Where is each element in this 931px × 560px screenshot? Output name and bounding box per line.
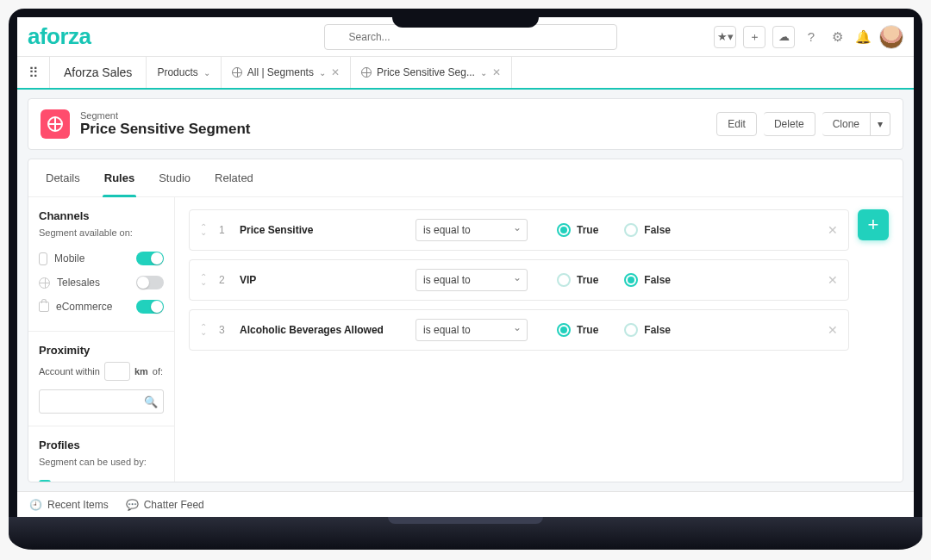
chevron-down-icon[interactable]: ⌄ — [319, 68, 326, 78]
global-search[interactable]: 🔍 — [324, 24, 617, 50]
channels-subtext: Segment available on: — [39, 227, 164, 238]
tab-all-segments[interactable]: All | Segments ⌄ ✕ — [222, 57, 351, 88]
rule-value-false[interactable]: False — [624, 223, 671, 237]
radio-icon — [624, 273, 638, 287]
rule-row: ⌃⌄ 1 Price Sensitive is equal to True Fa… — [189, 209, 849, 251]
rule-operator-select[interactable]: is equal to — [416, 319, 528, 341]
chat-icon: 💬 — [126, 499, 139, 511]
rules-list: ⌃⌄ 1 Price Sensitive is equal to True Fa… — [189, 209, 849, 351]
inner-tabs: Details Rules Studio Related — [28, 159, 903, 197]
profiles-heading: Profiles — [39, 439, 164, 451]
tab-label: Price Sensitive Seg... — [377, 66, 475, 78]
proximity-prefix: Account within — [39, 366, 100, 376]
close-icon[interactable]: ✕ — [492, 66, 501, 78]
tab-products[interactable]: Products ⌄ — [147, 57, 221, 88]
rule-number: 3 — [219, 324, 228, 336]
channel-label: Mobile — [54, 252, 84, 264]
tab-studio[interactable]: Studio — [157, 159, 192, 196]
globe-icon — [232, 67, 242, 78]
page-title: Price Sensitive Segment — [80, 121, 250, 138]
search-icon: 🔍 — [144, 395, 158, 408]
tab-rules[interactable]: Rules — [103, 159, 136, 196]
rule-value-false[interactable]: False — [624, 323, 671, 337]
rule-value-true[interactable]: True — [557, 273, 598, 287]
proximity-km-input[interactable] — [104, 362, 130, 381]
tab-price-sensitive-segment[interactable]: Price Sensitive Seg... ⌄ ✕ — [351, 57, 512, 88]
delete-button[interactable]: Delete — [764, 112, 815, 136]
tab-details[interactable]: Details — [44, 159, 82, 196]
bottom-bar: 🕘Recent Items 💬Chatter Feed — [17, 491, 914, 517]
remove-rule-icon[interactable]: ✕ — [828, 223, 838, 237]
rule-field: Price Sensitive — [240, 224, 403, 236]
tab-label: Products — [157, 66, 197, 78]
brand-logo: aforza — [28, 23, 91, 50]
record-actions: Edit Delete Clone ▾ — [716, 112, 890, 136]
app-launcher-icon[interactable]: ⠿ — [17, 57, 50, 88]
channel-mobile: Mobile — [39, 246, 164, 271]
chatter-feed-button[interactable]: 💬Chatter Feed — [126, 499, 204, 511]
rule-field: VIP — [240, 274, 403, 286]
rule-value-true[interactable]: True — [557, 323, 598, 337]
bag-icon — [39, 302, 49, 312]
cloud-icon[interactable]: ☁ — [772, 26, 795, 48]
notifications-icon[interactable]: 🔔 — [853, 28, 872, 47]
tab-label: All | Segments — [247, 66, 314, 78]
drag-handle-icon[interactable]: ⌃⌄ — [200, 325, 207, 335]
edit-button[interactable]: Edit — [716, 112, 757, 136]
clock-icon: 🕘 — [29, 499, 42, 511]
main-card: Details Rules Studio Related Channels Se… — [28, 159, 903, 482]
proximity-heading: Proximity — [39, 344, 164, 357]
search-input[interactable] — [324, 24, 617, 50]
add-rule-button[interactable]: + — [858, 209, 889, 240]
channel-ecommerce: eCommerce — [39, 295, 164, 319]
record-type: Segment — [80, 110, 250, 121]
proximity-suffix: of: — [153, 366, 163, 376]
mobile-icon — [39, 252, 47, 265]
avatar[interactable] — [879, 25, 903, 49]
radio-icon — [624, 223, 638, 237]
recent-items-button[interactable]: 🕘Recent Items — [29, 499, 109, 511]
profile-all[interactable]: ✓All — [39, 476, 164, 482]
channel-telesales-toggle[interactable] — [136, 276, 164, 289]
rule-number: 1 — [219, 224, 228, 236]
channels-heading: Channels — [39, 209, 164, 222]
globe-icon — [39, 277, 50, 289]
chevron-down-icon[interactable]: ⌄ — [480, 68, 487, 78]
rule-operator-select[interactable]: is equal to — [416, 219, 528, 241]
gear-icon[interactable]: ⚙ — [828, 28, 847, 47]
drag-handle-icon[interactable]: ⌃⌄ — [200, 275, 207, 285]
channel-ecommerce-toggle[interactable] — [136, 300, 164, 314]
add-icon[interactable]: ＋ — [743, 26, 765, 48]
channel-label: Telesales — [57, 277, 100, 289]
chevron-down-icon[interactable]: ⌄ — [203, 68, 210, 78]
more-actions-button[interactable]: ▾ — [871, 112, 890, 136]
help-icon[interactable]: ? — [802, 28, 821, 47]
rule-value-false[interactable]: False — [624, 273, 671, 287]
rule-row: ⌃⌄ 3 Alcoholic Beverages Allowed is equa… — [189, 309, 849, 351]
profile-label: All — [58, 480, 69, 482]
globe-icon — [361, 67, 372, 78]
app-name: Aforza Sales — [50, 57, 147, 88]
close-icon[interactable]: ✕ — [331, 66, 340, 78]
drag-handle-icon[interactable]: ⌃⌄ — [200, 225, 207, 235]
channel-telesales: Telesales — [39, 271, 164, 295]
rule-operator-select[interactable]: is equal to — [416, 269, 528, 291]
clone-button[interactable]: Clone — [822, 112, 871, 136]
rule-value-true[interactable]: True — [557, 223, 598, 237]
favorites-icon[interactable]: ★▾ — [714, 26, 736, 48]
channel-mobile-toggle[interactable] — [136, 252, 164, 265]
radio-icon — [624, 323, 638, 337]
proximity-row: Account within km of: — [39, 362, 164, 381]
radio-icon — [557, 323, 571, 337]
rule-field: Alcoholic Beverages Allowed — [240, 324, 403, 336]
rule-row: ⌃⌄ 2 VIP is equal to True False ✕ — [189, 259, 849, 301]
radio-icon — [557, 223, 571, 237]
rules-sidebar: Channels Segment available on: Mobile Te… — [28, 197, 175, 482]
remove-rule-icon[interactable]: ✕ — [828, 273, 838, 287]
remove-rule-icon[interactable]: ✕ — [828, 323, 838, 337]
tab-related[interactable]: Related — [213, 159, 255, 196]
record-header: Segment Price Sensitive Segment Edit Del… — [28, 98, 903, 150]
check-icon: ✓ — [39, 480, 51, 482]
app-tabs-bar: ⠿ Aforza Sales Products ⌄ All | Segments… — [17, 57, 914, 90]
channel-label: eCommerce — [56, 301, 112, 313]
